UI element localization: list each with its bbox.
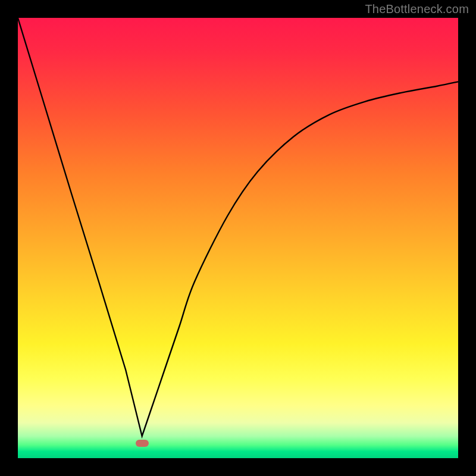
vertex-marker [136, 440, 149, 447]
plot-area [18, 18, 458, 458]
watermark-text: TheBottleneck.com [365, 2, 469, 16]
curve-path [18, 18, 458, 436]
chart-frame: TheBottleneck.com [0, 0, 476, 476]
bottleneck-curve [18, 18, 458, 458]
